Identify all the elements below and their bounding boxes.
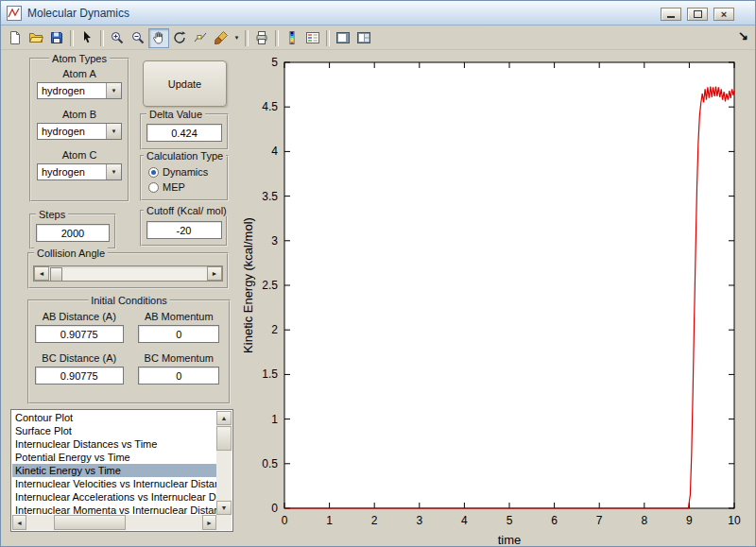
slider-right-button[interactable]: ► bbox=[207, 266, 222, 281]
plot-canvas[interactable]: 01234567891000.511.522.533.544.55timeKin… bbox=[237, 53, 752, 546]
legend-icon bbox=[305, 30, 320, 45]
x-tick-label: 5 bbox=[507, 514, 513, 527]
steps-input[interactable] bbox=[36, 224, 110, 242]
minimize-button[interactable] bbox=[661, 8, 681, 21]
listbox-item[interactable]: Kinetic Energy vs Time bbox=[12, 464, 216, 477]
brush-icon bbox=[214, 30, 229, 45]
up-arrow-icon: ▲ bbox=[221, 415, 228, 421]
bc-distance-input[interactable] bbox=[35, 367, 124, 385]
rotate-3d-icon bbox=[172, 30, 187, 45]
vertical-scrollbar-thumb[interactable] bbox=[216, 426, 232, 451]
y-tick-label: 2 bbox=[271, 323, 278, 336]
ab-momentum-input[interactable] bbox=[138, 325, 219, 343]
pan-button[interactable] bbox=[148, 28, 169, 48]
listbox-item[interactable]: Internuclear Velocities vs Internuclear … bbox=[12, 477, 216, 490]
listbox-item[interactable]: Internuclear Momenta vs Internuclear Dis… bbox=[12, 504, 216, 515]
print-figure-button[interactable] bbox=[251, 28, 272, 48]
y-tick-label: 0 bbox=[271, 502, 278, 515]
mep-radio[interactable] bbox=[148, 182, 159, 193]
atom-c-label: Atom C bbox=[31, 149, 128, 161]
group-title: Calculation Type bbox=[144, 150, 226, 162]
scroll-left-button[interactable]: ◄ bbox=[12, 515, 26, 530]
dropdown-button[interactable]: ▼ bbox=[106, 124, 121, 139]
atom-a-dropdown[interactable]: hydrogen ▼ bbox=[37, 82, 122, 99]
scroll-right-button[interactable]: ► bbox=[202, 515, 216, 530]
mep-radio-row[interactable]: MEP bbox=[148, 181, 227, 193]
listbox-item[interactable]: Internuclear Distances vs Time bbox=[12, 437, 216, 451]
y-tick-label: 4.5 bbox=[262, 100, 278, 113]
listbox-item[interactable]: Potential Energy vs Time bbox=[12, 451, 216, 464]
data-cursor-button[interactable] bbox=[190, 28, 211, 48]
listbox-item[interactable]: Internuclear Accelerations vs Internucle… bbox=[12, 490, 216, 504]
insert-colorbar-button[interactable] bbox=[282, 28, 302, 48]
atom-c-dropdown[interactable]: hydrogen ▼ bbox=[37, 163, 122, 180]
y-tick-label: 4 bbox=[271, 145, 278, 158]
plot-area[interactable]: 01234567891000.511.522.533.544.55timeKin… bbox=[237, 53, 752, 546]
right-arrow-icon: ► bbox=[206, 520, 213, 526]
dynamics-radio-row[interactable]: Dynamics bbox=[148, 166, 227, 178]
slider-thumb[interactable] bbox=[50, 267, 62, 282]
x-tick-label: 10 bbox=[728, 514, 741, 527]
calculation-type-group: Calculation Type Dynamics MEP bbox=[140, 155, 229, 201]
chevron-down-icon: ▼ bbox=[112, 88, 117, 94]
horizontal-scrollbar-thumb[interactable] bbox=[54, 515, 126, 530]
scrollbar-corner bbox=[216, 515, 232, 530]
edit-plot-button[interactable] bbox=[77, 28, 97, 48]
new-document-icon bbox=[8, 30, 23, 45]
y-tick-label: 2.5 bbox=[262, 279, 278, 292]
show-plot-tools-icon bbox=[356, 30, 371, 45]
open-folder-icon bbox=[28, 30, 43, 45]
collision-angle-slider[interactable]: ◄ ► bbox=[33, 265, 223, 282]
slider-left-button[interactable]: ◄ bbox=[34, 266, 49, 281]
update-button[interactable]: Update bbox=[143, 60, 227, 107]
listbox-horizontal-scrollbar[interactable]: ◄ ► bbox=[12, 515, 216, 530]
chevron-down-icon: ▼ bbox=[234, 35, 240, 41]
atom-b-dropdown[interactable]: hydrogen ▼ bbox=[37, 123, 122, 140]
listbox-viewport[interactable]: Contour PlotSurface PlotInternuclear Dis… bbox=[12, 411, 216, 515]
hide-plot-tools-icon bbox=[335, 30, 351, 45]
delta-value-input[interactable] bbox=[146, 124, 222, 142]
hide-plot-tools-button[interactable] bbox=[333, 28, 353, 48]
steps-group: Steps bbox=[29, 214, 116, 249]
left-arrow-icon: ◄ bbox=[39, 270, 45, 277]
listbox-vertical-scrollbar[interactable]: ▲ ▼ bbox=[216, 411, 232, 515]
dock-figure-arrow-icon[interactable]: ↘ bbox=[738, 28, 748, 43]
window-title: Molecular Dynamics bbox=[27, 7, 129, 20]
rotate-3d-button[interactable] bbox=[169, 28, 190, 48]
molecular-dynamics-window: Molecular Dynamics × bbox=[0, 0, 756, 547]
open-file-button[interactable] bbox=[26, 28, 46, 48]
scroll-up-button[interactable]: ▲ bbox=[216, 411, 232, 425]
save-figure-button[interactable] bbox=[46, 28, 67, 48]
close-button[interactable]: × bbox=[713, 8, 734, 21]
x-tick-label: 2 bbox=[371, 514, 378, 527]
dynamics-radio[interactable] bbox=[148, 167, 159, 178]
y-axis-label: Kinetic Energy (kcal/mol) bbox=[241, 217, 255, 353]
title-bar[interactable]: Molecular Dynamics × bbox=[1, 1, 755, 26]
x-tick-label: 0 bbox=[282, 514, 288, 527]
new-figure-button[interactable] bbox=[5, 28, 26, 48]
scroll-down-button[interactable]: ▼ bbox=[216, 501, 232, 515]
cutoff-group: Cutoff (Kcal/ mol) bbox=[140, 210, 228, 247]
insert-legend-button[interactable] bbox=[302, 28, 323, 48]
left-arrow-icon: ◄ bbox=[16, 520, 23, 526]
atom-a-label: Atom A bbox=[31, 68, 128, 79]
brush-dropdown-button[interactable]: ▼ bbox=[232, 28, 242, 48]
zoom-out-button[interactable] bbox=[128, 28, 148, 48]
listbox-item[interactable]: Contour Plot bbox=[12, 411, 216, 424]
show-plot-tools-button[interactable] bbox=[353, 28, 374, 48]
bc-momentum-input[interactable] bbox=[138, 367, 219, 385]
axes-box[interactable] bbox=[284, 62, 734, 508]
x-axis-label: time bbox=[498, 533, 522, 546]
cutoff-input[interactable] bbox=[146, 221, 222, 239]
zoom-in-button[interactable] bbox=[107, 28, 128, 48]
dropdown-button[interactable]: ▼ bbox=[106, 164, 121, 179]
window-controls: × bbox=[661, 8, 734, 21]
plot-type-listbox[interactable]: Contour PlotSurface PlotInternuclear Dis… bbox=[10, 409, 233, 532]
brush-button[interactable] bbox=[211, 28, 232, 48]
ab-distance-input[interactable] bbox=[35, 325, 124, 343]
maximize-button[interactable] bbox=[687, 8, 708, 21]
x-tick-label: 6 bbox=[551, 514, 558, 527]
dropdown-button[interactable]: ▼ bbox=[106, 83, 121, 98]
dynamics-radio-label: Dynamics bbox=[163, 166, 208, 178]
listbox-item[interactable]: Surface Plot bbox=[12, 424, 216, 437]
